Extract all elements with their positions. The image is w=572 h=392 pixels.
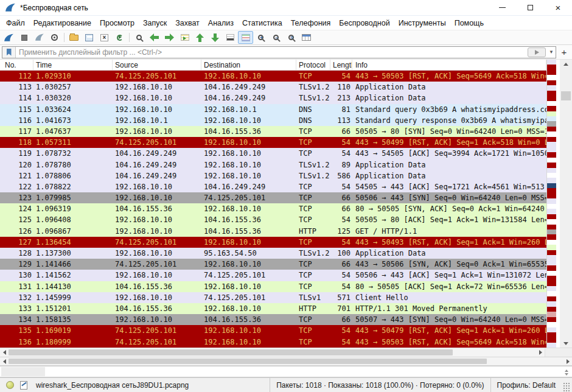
filter-dropdown-button[interactable]: ▼ (547, 47, 556, 58)
packet-cell[interactable]: 1.141466 (33, 259, 113, 270)
packet-cell[interactable]: 104.16.155.36 (201, 226, 296, 237)
menu-item-запуск[interactable]: Запуск (139, 17, 171, 29)
packet-cell[interactable]: TCP (296, 214, 330, 225)
packet-cell[interactable]: 192.168.10.10 (113, 192, 201, 203)
packet-cell[interactable]: 128 (0, 248, 33, 259)
packet-row-115[interactable]: 1151.033624192.168.10.10192.168.10.1DNS8… (0, 104, 546, 115)
packet-cell[interactable]: 1.158135 (33, 314, 113, 325)
packet-cell[interactable]: 104.16.249.249 (113, 170, 201, 181)
packet-cell[interactable]: 192.168.10.10 (201, 71, 296, 82)
packet-cell[interactable]: 127 (0, 237, 33, 248)
packet-cell[interactable]: HTTP/1.1 301 Moved Permanently (352, 303, 546, 314)
packet-row-129[interactable]: 1291.14146674.125.205.101192.168.10.10TC… (0, 259, 546, 270)
packet-cell[interactable]: 50506 → 443 [ACK] Seq=1 Ack=1 Win=131072… (352, 270, 546, 281)
packet-cell[interactable]: 130 (0, 270, 33, 281)
packet-cell[interactable]: 192.168.10.10 (201, 237, 296, 248)
scroll-left-button[interactable] (0, 357, 9, 365)
packet-row-124[interactable]: 1241.096319104.16.155.36192.168.10.10TCP… (0, 203, 546, 214)
packet-cell[interactable]: 113 (0, 82, 33, 93)
packet-cell[interactable]: 1.079985 (33, 192, 113, 203)
packet-cell[interactable]: 54 (330, 325, 352, 336)
zoom-reset-button[interactable]: = (284, 31, 299, 44)
apply-filter-button[interactable] (528, 47, 546, 57)
packet-cell[interactable]: 129 (0, 259, 33, 270)
display-filter-input[interactable] (16, 48, 528, 57)
packet-cell[interactable]: 192.168.10.10 (113, 104, 201, 115)
packet-cell[interactable]: 54 (330, 181, 352, 192)
packet-row-133[interactable]: 1331.151201104.16.155.36192.168.10.10HTT… (0, 303, 546, 314)
go-to-packet-button[interactable] (177, 31, 192, 44)
packet-cell[interactable]: 104.16.155.36 (113, 281, 201, 292)
packet-cell[interactable]: 54 (330, 148, 352, 159)
packet-cell[interactable]: 118 (0, 137, 33, 148)
packet-cell[interactable]: DNS (296, 115, 330, 126)
profile-selector[interactable]: Профиль: Default (490, 378, 562, 392)
packet-cell[interactable]: 74.125.205.101 (113, 325, 201, 336)
close-file-button[interactable]: × (97, 31, 112, 44)
resize-columns-button[interactable] (299, 31, 314, 44)
packet-row-117[interactable]: 1171.047637192.168.10.10104.16.155.36TCP… (0, 126, 546, 137)
packet-cell[interactable]: 192.168.10.10 (113, 214, 201, 225)
packet-row-113[interactable]: 1131.030257192.168.10.10104.16.249.249TL… (0, 82, 546, 93)
column-header-time[interactable]: Time (33, 60, 113, 70)
go-forward-button[interactable] (162, 31, 177, 44)
packet-cell[interactable]: HTTP (296, 226, 330, 237)
menu-item-статистика[interactable]: Статистика (238, 17, 287, 29)
packet-cell[interactable]: 192.168.10.10 (113, 226, 201, 237)
packet-cell[interactable]: 66 (330, 192, 352, 203)
packet-cell[interactable]: 54 (330, 237, 352, 248)
reload-file-button[interactable] (112, 31, 127, 44)
packet-cell[interactable]: 1.144130 (33, 281, 113, 292)
packet-cell[interactable]: 54 (330, 214, 352, 225)
bytes-pane-scroll[interactable] (565, 368, 568, 377)
packet-row-135[interactable]: 1351.16901974.125.205.101192.168.10.10TC… (0, 325, 546, 336)
scroll-right-button[interactable] (563, 357, 572, 365)
packet-cell[interactable]: TCP (296, 137, 330, 148)
packet-cell[interactable]: 1.137300 (33, 248, 113, 259)
menu-item-инструменты[interactable]: Инструменты (394, 17, 450, 29)
column-header-length[interactable]: Length (330, 60, 352, 70)
menu-item-анализ[interactable]: Анализ (204, 17, 238, 29)
packet-cell[interactable]: 701 (330, 303, 352, 314)
packet-cell[interactable]: Application Data (352, 248, 546, 259)
packet-row-123[interactable]: 1231.079985192.168.10.1074.125.205.101TC… (0, 192, 546, 203)
capture-options-button[interactable] (47, 31, 62, 44)
packet-cell[interactable]: TCP (296, 259, 330, 270)
packet-cell[interactable]: TCP (296, 203, 330, 214)
packet-cell[interactable]: 443 → 54505 [ACK] Seq=3994 Ack=1721 Win=… (352, 148, 546, 159)
column-header-protocol[interactable]: Protocol (296, 60, 330, 70)
packet-cell[interactable]: 1.169019 (33, 325, 113, 336)
packet-cell[interactable]: 192.168.10.10 (201, 259, 296, 270)
packet-cell[interactable]: 54 (330, 137, 352, 148)
packet-cell[interactable]: 1.145999 (33, 292, 113, 303)
packet-cell[interactable]: 1.078780 (33, 159, 113, 170)
packet-row-116[interactable]: 1161.041673192.168.10.1192.168.10.10DNS1… (0, 115, 546, 126)
packet-cell[interactable]: 115 (0, 104, 33, 115)
packet-cell[interactable]: 443 → 50503 [RST, ACK] Seq=5649 Ack=518 … (352, 337, 546, 348)
packet-row-132[interactable]: 1321.145999192.168.10.1074.125.205.101TL… (0, 292, 546, 303)
packet-row-127[interactable]: 1271.13645474.125.205.101192.168.10.10TC… (0, 237, 546, 248)
packet-cell[interactable]: 122 (0, 181, 33, 192)
packet-cell[interactable]: 1.078822 (33, 181, 113, 192)
packet-cell[interactable]: 132 (0, 292, 33, 303)
packet-row-121[interactable]: 1211.078806104.16.249.249192.168.10.10TL… (0, 170, 546, 181)
packet-cell[interactable]: 104.16.155.36 (113, 203, 201, 214)
packet-cell[interactable]: Application Data (352, 170, 546, 181)
packet-cell[interactable]: 1.096867 (33, 226, 113, 237)
packet-cell[interactable]: 54 (330, 337, 352, 348)
packet-cell[interactable]: 74.125.205.101 (113, 337, 201, 348)
packet-row-114[interactable]: 1141.030320192.168.10.10104.16.249.249TL… (0, 93, 546, 103)
packet-cell[interactable]: 74.125.205.101 (113, 137, 201, 148)
packet-cell[interactable]: 104.16.249.249 (201, 93, 296, 103)
packet-cell[interactable]: TLSv1.2 (296, 159, 330, 170)
packet-cell[interactable]: 131 (0, 281, 33, 292)
packet-cell[interactable]: 192.168.10.10 (113, 248, 201, 259)
packet-cell[interactable]: 74.125.205.101 (201, 292, 296, 303)
packet-row-120[interactable]: 1201.078780104.16.249.249192.168.10.10TL… (0, 159, 546, 170)
packet-cell[interactable]: 104.16.155.36 (201, 126, 296, 137)
packet-cell[interactable]: TLSv1 (296, 292, 330, 303)
packet-cell[interactable]: TCP (296, 314, 330, 325)
packet-cell[interactable]: TCP (296, 192, 330, 203)
packet-cell[interactable]: 1.136454 (33, 237, 113, 248)
menu-item-просмотр[interactable]: Просмотр (96, 17, 139, 29)
